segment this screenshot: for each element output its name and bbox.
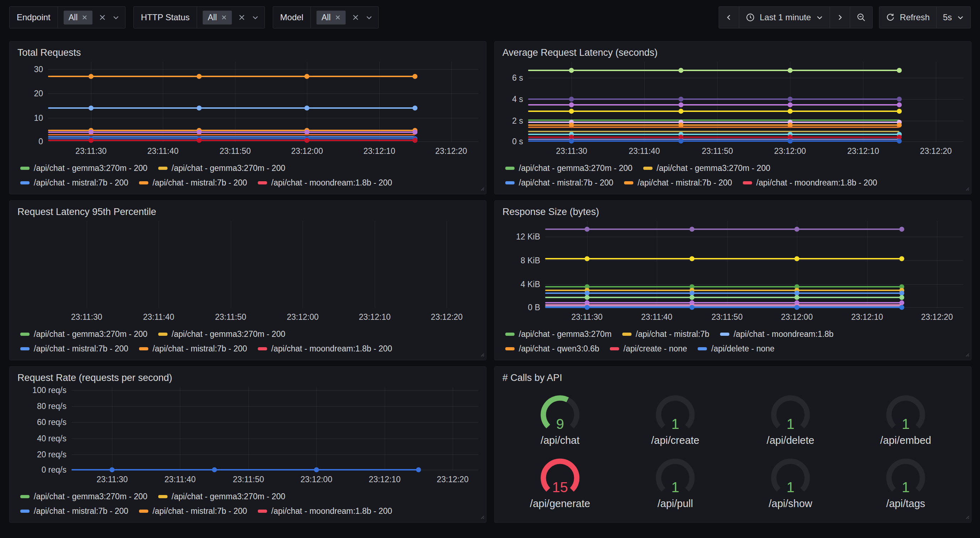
filter-model-value-picker[interactable]: All — [311, 7, 379, 28]
series-line — [528, 122, 899, 123]
legend-color-chip — [158, 333, 167, 336]
plot-area[interactable] — [48, 62, 478, 142]
data-point — [794, 227, 799, 232]
y-axis: 0 s2 s4 s6 s — [503, 62, 528, 142]
legend-color-chip — [720, 333, 729, 336]
filter-endpoint-value-picker[interactable]: All — [58, 7, 126, 28]
legend-item[interactable]: /api/delete - none — [698, 344, 775, 354]
y-axis-tick-label: 8 KiB — [520, 256, 540, 265]
panel-title[interactable]: Request Rate (requests per second) — [18, 372, 478, 383]
series-line — [48, 107, 415, 109]
time-range-picker[interactable]: Last 1 minute — [739, 6, 830, 29]
plot-area[interactable] — [72, 387, 478, 470]
legend-row: /api/chat - gemma3:270m - 200/api/chat -… — [20, 163, 478, 173]
remove-value-icon[interactable] — [335, 14, 340, 20]
legend-item[interactable]: /api/chat - mistral:7b - 200 — [139, 178, 247, 187]
legend-item[interactable]: /api/chat - mistral:7b - 200 — [505, 178, 613, 187]
legend-item[interactable]: /api/chat - gemma3:270m - 200 — [158, 492, 286, 501]
resize-handle[interactable] — [479, 352, 484, 358]
filter-chip[interactable]: All — [203, 11, 232, 24]
legend-item[interactable]: /api/chat - gemma3:270m - 200 — [505, 163, 633, 173]
legend-item[interactable]: /api/chat - mistral:7b - 200 — [624, 178, 732, 187]
plot-area[interactable] — [545, 221, 963, 308]
remove-value-icon[interactable] — [82, 14, 88, 20]
legend-item[interactable]: /api/create - none — [610, 344, 687, 354]
time-controls: Last 1 minute Refresh 5s — [719, 6, 971, 29]
chevron-down-icon[interactable] — [252, 14, 259, 21]
legend-item[interactable]: /api/chat - mistral:7b — [622, 329, 710, 339]
plot-wrap: 0 s2 s4 s6 s — [503, 62, 963, 142]
legend-item[interactable]: /api/chat - moondream:1.8b — [720, 329, 834, 339]
filter-chip[interactable]: All — [317, 11, 346, 24]
legend-item[interactable]: /api/chat - gemma3:270m - 200 — [20, 163, 148, 173]
legend-item[interactable]: /api/chat - mistral:7b - 200 — [139, 506, 247, 516]
gridline — [231, 221, 231, 308]
x-axis-tick-label: 23:11:50 — [702, 146, 733, 156]
legend-row: /api/chat - gemma3:270m - 200/api/chat -… — [505, 163, 963, 173]
plot-area[interactable] — [28, 221, 478, 308]
legend-row: /api/chat - gemma3:270m - 200/api/chat -… — [20, 329, 478, 339]
legend-row: /api/chat - qwen3:0.6b/api/create - none… — [505, 344, 963, 354]
legend-label: /api/chat - gemma3:270m - 200 — [172, 163, 286, 173]
clear-all-icon[interactable] — [99, 14, 106, 21]
y-axis — [18, 221, 28, 308]
resize-handle[interactable] — [964, 352, 969, 358]
legend-item[interactable]: /api/chat - mistral:7b - 200 — [20, 506, 128, 516]
legend-color-chip — [643, 167, 652, 170]
legend-item[interactable]: /api/chat - qwen3:0.6b — [505, 344, 599, 354]
plot-area[interactable] — [528, 62, 963, 142]
panel-title[interactable]: Average Request Latency (seconds) — [503, 47, 963, 58]
legend-item[interactable]: /api/chat - moondream:1.8b - 200 — [258, 344, 392, 354]
gridline — [48, 69, 478, 70]
time-forward-button[interactable] — [830, 6, 850, 29]
legend-item[interactable]: /api/chat - mistral:7b - 200 — [20, 344, 128, 354]
panel-total-requests: Total Requests 010203023:11:3023:11:4023… — [9, 41, 487, 194]
y-axis-tick-label: 40 req/s — [37, 433, 67, 443]
resize-handle[interactable] — [479, 186, 484, 192]
legend-item[interactable]: /api/chat - mistral:7b - 200 — [20, 178, 128, 187]
legend-label: /api/chat - moondream:1.8b - 200 — [271, 344, 392, 354]
legend-item[interactable]: /api/chat - mistral:7b - 200 — [139, 344, 247, 354]
panel-title[interactable]: Request Latency 95th Percentile — [18, 206, 478, 217]
gauge--api-pull: 1/api/pull — [647, 455, 704, 509]
resize-handle[interactable] — [479, 514, 484, 521]
legend-color-chip — [505, 333, 514, 336]
legend-item[interactable]: /api/chat - gemma3:270m - 200 — [158, 163, 286, 173]
panel-title[interactable]: Response Size (bytes) — [503, 206, 963, 217]
x-axis-tick-label: 23:12:10 — [359, 313, 391, 322]
chevron-left-icon — [725, 14, 732, 21]
refresh-interval-picker[interactable]: 5s — [937, 6, 971, 29]
gauge-label: /api/generate — [530, 498, 590, 509]
clear-all-icon[interactable] — [352, 14, 359, 21]
chevron-down-icon[interactable] — [112, 14, 119, 21]
chevron-down-icon[interactable] — [366, 14, 373, 21]
legend-item[interactable]: /api/chat - gemma3:270m - 200 — [158, 329, 286, 339]
remove-value-icon[interactable] — [221, 14, 227, 20]
filter-chip[interactable]: All — [64, 11, 93, 24]
legend-item[interactable]: /api/chat - gemma3:270m - 200 — [643, 163, 770, 173]
legend-item[interactable]: /api/chat - moondream:1.8b - 200 — [258, 506, 392, 516]
panel-title[interactable]: # Calls by API — [503, 372, 963, 383]
refresh-button[interactable]: Refresh — [879, 6, 937, 29]
plot-wrap: 0102030 — [18, 62, 478, 142]
gauge-arc: 1 — [647, 392, 704, 434]
clear-all-icon[interactable] — [238, 14, 245, 21]
filter-http-status-value-picker[interactable]: All — [197, 7, 264, 28]
legend-item[interactable]: /api/chat - gemma3:270m - 200 — [20, 329, 148, 339]
gridline — [48, 118, 478, 118]
gridline — [937, 221, 937, 308]
legend-item[interactable]: /api/chat - gemma3:270m - 200 — [20, 492, 148, 501]
legend-item[interactable]: /api/chat - moondream:1.8b - 200 — [743, 178, 877, 187]
resize-handle[interactable] — [964, 186, 969, 192]
zoom-out-button[interactable] — [850, 6, 873, 29]
resize-handle[interactable] — [964, 514, 969, 521]
panel-title[interactable]: Total Requests — [18, 47, 478, 58]
legend-item[interactable]: /api/chat - gemma3:270m — [505, 329, 612, 339]
legend-item[interactable]: /api/chat - moondream:1.8b - 200 — [258, 178, 392, 187]
panel-response-size: Response Size (bytes) 0 B4 KiB8 KiB12 Ki… — [494, 200, 972, 360]
filter-model: Model All — [273, 6, 379, 29]
gauge-value: 1 — [787, 479, 794, 495]
series-line — [528, 133, 899, 135]
y-axis-tick-label: 100 req/s — [32, 386, 67, 395]
time-back-button[interactable] — [719, 6, 739, 29]
